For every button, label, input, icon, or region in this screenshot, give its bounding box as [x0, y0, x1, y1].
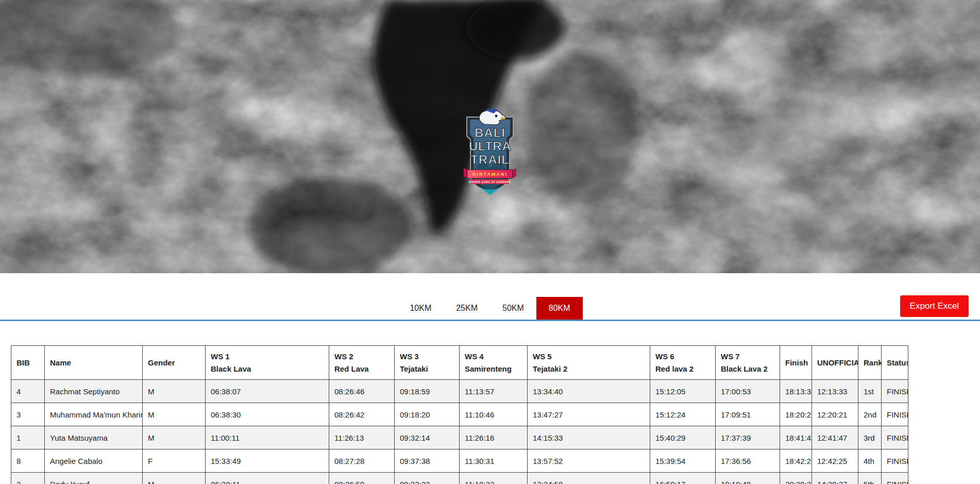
- column-header: WS 3Tejataki: [395, 346, 460, 380]
- column-header-line1: UNOFFICIAL: [817, 358, 853, 367]
- column-header: WS 1Black Lava: [206, 346, 329, 380]
- column-header-line1: BIB: [16, 358, 39, 367]
- logo-tagline: HIDDEN GEMS OF GEOPARK: [469, 181, 511, 183]
- table-cell: 18:20:21: [780, 403, 812, 426]
- table-cell: 16:50:17: [650, 473, 716, 484]
- table-cell: 09:23:33: [395, 473, 460, 484]
- table-cell: 15:33:49: [206, 449, 329, 473]
- table-cell: 13:34:40: [528, 380, 650, 403]
- table-cell: 13:57:52: [528, 449, 650, 473]
- table-cell: 11:13:57: [460, 380, 528, 403]
- column-header-line1: WS 1: [211, 352, 324, 361]
- column-header-line2: Tejataki: [400, 364, 454, 373]
- table-cell: 15:12:24: [650, 403, 716, 426]
- table-cell: 08:26:46: [329, 380, 395, 403]
- table-cell: 8: [11, 449, 45, 473]
- distance-tabs-list: 10KM25KM50KM80KM: [397, 297, 582, 320]
- hero-banner: BALI ULTRA TRAIL KINTAMANI HIDDEN GEMS O…: [0, 0, 980, 273]
- column-header: WS 6Red lava 2: [650, 346, 716, 380]
- column-header-line1: WS 2: [334, 352, 389, 361]
- table-cell: 06:38:30: [206, 403, 329, 426]
- table-cell: 12:41:47: [812, 426, 858, 449]
- column-header: UNOFFICIAL: [812, 346, 858, 380]
- column-header: WS 2Red Lava: [329, 346, 395, 380]
- table-row: 4Rachmat SeptiyantoM06:38:0708:26:4609:1…: [11, 380, 908, 403]
- column-header-line2: Black Lava 2: [721, 364, 774, 373]
- export-excel-button[interactable]: Export Excel: [900, 295, 969, 317]
- table-cell: 1: [11, 426, 45, 449]
- column-header-line2: Red Lava: [334, 364, 389, 373]
- table-cell: 15:39:54: [650, 449, 716, 473]
- table-cell: 14:15:33: [528, 426, 650, 449]
- table-cell: 3: [11, 403, 45, 426]
- table-cell: 11:00:11: [206, 426, 329, 449]
- column-header: Status: [882, 346, 908, 380]
- column-header: Name: [45, 346, 143, 380]
- event-logo: BALI ULTRA TRAIL KINTAMANI HIDDEN GEMS O…: [460, 108, 520, 204]
- table-cell: 13:34:58: [528, 473, 650, 484]
- logo-line3: TRAIL: [470, 153, 510, 166]
- column-header-line1: Status: [887, 358, 903, 367]
- table-cell: Yuta Matsuyama: [45, 426, 143, 449]
- logo-line1: BALI: [475, 126, 505, 140]
- column-header-line1: WS 3: [400, 352, 454, 361]
- logo-line2: ULTRA: [469, 139, 511, 153]
- table-cell: 12:13:33: [812, 380, 858, 403]
- table-cell: 3rd: [858, 426, 882, 449]
- results-table: BIBNameGenderWS 1Black LavaWS 2Red LavaW…: [11, 345, 908, 484]
- table-cell: 18:42:25: [780, 449, 812, 473]
- table-cell: 12:20:21: [812, 403, 858, 426]
- table-cell: 09:18:20: [395, 403, 460, 426]
- column-header: Finish: [780, 346, 812, 380]
- table-cell: 08:26:59: [329, 473, 395, 484]
- table-cell: 11:10:46: [460, 403, 528, 426]
- results-section: BIBNameGenderWS 1Black LavaWS 2Red LavaW…: [11, 345, 969, 484]
- column-header-line1: Name: [50, 358, 137, 367]
- table-cell: FINISH: [882, 403, 908, 426]
- table-cell: 20:39:37: [780, 473, 812, 484]
- table-cell: Dedy Yusuf: [45, 473, 143, 484]
- column-header: Rank: [858, 346, 882, 380]
- table-cell: 17:09:51: [716, 403, 780, 426]
- table-cell: M: [143, 403, 206, 426]
- table-cell: 15:12:05: [650, 380, 716, 403]
- table-cell: 09:32:14: [395, 426, 460, 449]
- table-cell: 08:27:28: [329, 449, 395, 473]
- table-cell: 12:42:25: [812, 449, 858, 473]
- table-row: 8Angelie CabaloF15:33:4908:27:2809:37:38…: [11, 449, 908, 473]
- table-cell: 11:30:31: [460, 449, 528, 473]
- table-cell: M: [143, 426, 206, 449]
- column-header-line1: WS 7: [721, 352, 774, 361]
- tab-80km[interactable]: 80KM: [536, 297, 583, 320]
- table-cell: 06:38:07: [206, 380, 329, 403]
- tab-25km[interactable]: 25KM: [444, 297, 490, 320]
- results-table-header-row: BIBNameGenderWS 1Black LavaWS 2Red LavaW…: [11, 346, 908, 380]
- table-cell: Rachmat Septiyanto: [45, 380, 143, 403]
- table-cell: 06:38:11: [206, 473, 329, 484]
- tab-50km[interactable]: 50KM: [490, 297, 536, 320]
- column-header-line2: Red lava 2: [655, 364, 710, 373]
- column-header: Gender: [143, 346, 206, 380]
- column-header-line1: Gender: [148, 358, 200, 367]
- table-cell: FINISH: [882, 426, 908, 449]
- table-cell: 2: [11, 473, 45, 484]
- table-cell: FINISH: [882, 449, 908, 473]
- column-header-line1: WS 6: [655, 352, 710, 361]
- table-cell: FINISH: [882, 380, 908, 403]
- column-header: WS 5Tejataki 2: [528, 346, 650, 380]
- table-row: 1Yuta MatsuyamaM11:00:1111:26:1309:32:14…: [11, 426, 908, 449]
- tab-10km[interactable]: 10KM: [397, 297, 444, 320]
- column-header: WS 7Black Lava 2: [716, 346, 780, 380]
- table-cell: Muhammad Ma'mun Khariri: [45, 403, 143, 426]
- table-cell: F: [143, 449, 206, 473]
- column-header-line2: Tejataki 2: [533, 364, 645, 373]
- column-header-line1: WS 5: [533, 352, 645, 361]
- column-header-line1: Finish: [785, 358, 806, 367]
- table-row: 2Dedy YusufM06:38:1108:26:5909:23:3311:1…: [11, 473, 908, 484]
- logo-ribbon-text: KINTAMANI: [472, 172, 508, 177]
- table-cell: 17:00:53: [716, 380, 780, 403]
- logo-ribbon: KINTAMANI: [464, 168, 516, 178]
- table-cell: M: [143, 380, 206, 403]
- table-cell: 17:37:39: [716, 426, 780, 449]
- table-cell: 11:26:16: [460, 426, 528, 449]
